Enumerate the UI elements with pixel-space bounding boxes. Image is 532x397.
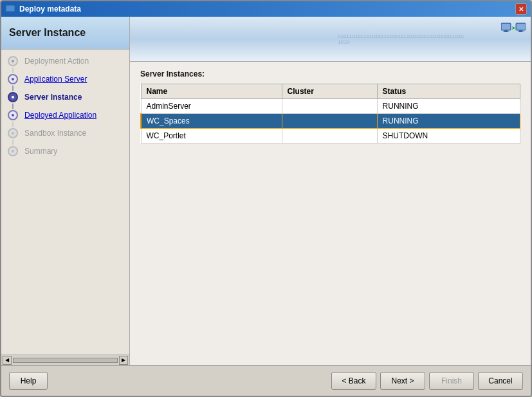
close-button[interactable]: ✕ — [515, 3, 527, 15]
cell-cluster-1 — [282, 114, 377, 129]
sidebar-scrollbar: ◀ ▶ — [1, 355, 129, 365]
step-label-2[interactable]: Application Server — [24, 75, 87, 84]
step-icon-3 — [8, 92, 18, 102]
footer-buttons: < Back Next > Finish Cancel — [331, 372, 523, 390]
cell-status-1: RUNNING — [377, 114, 520, 129]
footer: Help < Back Next > Finish Cancel — [1, 365, 531, 396]
deploy-icon: ➤ — [501, 22, 526, 42]
app-icon — [5, 4, 15, 14]
section-title: Server Instances: — [140, 69, 520, 78]
svg-rect-12 — [503, 32, 509, 32]
cell-name-2: WC_Portlet — [141, 129, 282, 143]
step-left-2 — [6, 74, 19, 84]
sidebar-item-server-instance: Server Instance — [1, 91, 129, 104]
step-icon-4 — [8, 110, 18, 120]
svg-point-5 — [12, 96, 14, 98]
svg-point-3 — [12, 60, 14, 62]
step-left-3 — [6, 92, 19, 102]
svg-rect-11 — [504, 30, 508, 32]
svg-rect-10 — [502, 24, 510, 30]
table-row[interactable]: WC_SpacesRUNNING — [141, 114, 520, 129]
svg-point-7 — [12, 132, 14, 134]
titlebar-left: Deploy metadata — [5, 4, 81, 14]
main-content: Server Instance Deployment Action — [1, 17, 531, 365]
svg-rect-2 — [7, 13, 14, 14]
server-instances-table: Name Cluster Status AdminServerRUNNINGWC… — [140, 84, 520, 143]
sidebar: Server Instance Deployment Action — [1, 17, 130, 365]
step-label-6: Summary — [24, 147, 57, 156]
cell-status-0: RUNNING — [377, 99, 520, 114]
svg-rect-1 — [8, 12, 12, 13]
step-icon-1 — [8, 56, 18, 66]
help-button[interactable]: Help — [9, 372, 48, 390]
header-decoration: 0101101011010101101001011010101101010101… — [338, 17, 466, 61]
svg-rect-16 — [519, 30, 522, 32]
step-icon-5 — [8, 128, 18, 138]
step-label-4[interactable]: Deployed Application — [24, 111, 96, 120]
header-icon-group: ➤ — [501, 22, 526, 42]
sidebar-item-sandbox-instance: Sandbox Instance — [1, 127, 129, 140]
window-title: Deploy metadata — [19, 5, 81, 14]
cell-name-0: AdminServer — [141, 99, 282, 114]
step-left-4 — [6, 110, 19, 120]
step-label-1: Deployment Action — [24, 57, 89, 66]
svg-rect-15 — [517, 24, 525, 30]
cell-status-2: SHUTDOWN — [377, 129, 520, 143]
svg-point-6 — [12, 114, 14, 116]
sidebar-scroll-area: Deployment Action Application Server — [1, 50, 129, 365]
svg-point-8 — [12, 150, 14, 152]
col-status-header: Status — [377, 84, 520, 99]
svg-point-4 — [12, 78, 14, 80]
scroll-left-arrow[interactable]: ◀ — [3, 356, 12, 365]
sidebar-title: Server Instance — [9, 27, 122, 39]
svg-rect-17 — [518, 32, 524, 32]
next-button[interactable]: Next > — [380, 372, 425, 390]
col-cluster-header: Cluster — [282, 84, 377, 99]
svg-rect-0 — [6, 5, 15, 12]
sidebar-items: Deployment Action Application Server — [1, 50, 129, 355]
step-icon-6 — [8, 146, 18, 156]
cancel-button[interactable]: Cancel — [478, 372, 523, 390]
step-icon-2 — [8, 74, 18, 84]
sidebar-item-summary: Summary — [1, 145, 129, 158]
back-button[interactable]: < Back — [331, 372, 376, 390]
right-panel: 0101101011010101101001011010101101010101… — [130, 17, 531, 365]
step-left-5 — [6, 128, 19, 138]
sidebar-header: Server Instance — [1, 17, 129, 50]
step-label-5: Sandbox Instance — [24, 129, 86, 138]
cell-cluster-0 — [282, 99, 377, 114]
svg-text:➤: ➤ — [511, 25, 516, 31]
cell-cluster-2 — [282, 129, 377, 143]
finish-button[interactable]: Finish — [429, 372, 474, 390]
main-window: Deploy metadata ✕ Server Instance — [0, 0, 532, 397]
sidebar-item-deployed-application[interactable]: Deployed Application — [1, 109, 129, 122]
table-row[interactable]: WC_PortletSHUTDOWN — [141, 129, 520, 143]
titlebar: Deploy metadata ✕ — [1, 1, 531, 17]
sidebar-item-deployment-action: Deployment Action — [1, 55, 129, 68]
col-name-header: Name — [141, 84, 282, 99]
right-content: Server Instances: Name Cluster Status Ad… — [130, 62, 531, 365]
scroll-track[interactable] — [13, 358, 118, 363]
cell-name-1: WC_Spaces — [141, 114, 282, 129]
table-row[interactable]: AdminServerRUNNING — [141, 99, 520, 114]
step-left-1 — [6, 56, 19, 66]
right-header: 0101101011010101101001011010101101010101… — [130, 17, 531, 62]
step-label-3: Server Instance — [24, 93, 82, 102]
sidebar-item-application-server[interactable]: Application Server — [1, 73, 129, 86]
scroll-right-arrow[interactable]: ▶ — [119, 356, 128, 365]
step-left-6 — [6, 146, 19, 156]
